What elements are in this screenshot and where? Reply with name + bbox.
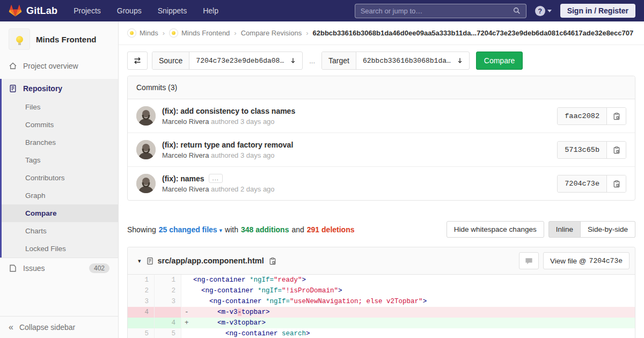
search-icon [513, 7, 521, 14]
swap-arrows-icon [133, 56, 142, 65]
commit-meta: Marcelo Rivera authored 3 days ago [162, 117, 295, 126]
source-branch-dropdown[interactable]: Source 7204c73e23e9deb6da08… [152, 52, 303, 70]
source-value: 7204c73e23e9deb6da08… [189, 52, 287, 69]
diff-code-table: 11<ng-container *ngIf="ready">22 <ng-con… [128, 275, 635, 338]
breadcrumb-current: 62bbcb33616b3068b1da46d0ee09aa5a333b11da… [312, 29, 633, 37]
breadcrumb-item[interactable]: Compare Revisions [241, 29, 302, 37]
new-line-number[interactable] [155, 307, 181, 318]
gitlab-brand[interactable]: GitLab [9, 4, 57, 17]
author-avatar[interactable] [136, 106, 156, 126]
commit-description-expander[interactable]: ... [209, 174, 223, 183]
source-label: Source [152, 52, 189, 69]
commit-author[interactable]: Marcelo Rivera [162, 117, 209, 126]
commit-author[interactable]: Marcelo Rivera [162, 185, 209, 193]
code-content: <ng-container *ngIf="useNewNavigation; e… [181, 296, 635, 307]
home-icon [9, 62, 17, 70]
inline-view-button[interactable]: Inline [548, 221, 581, 238]
new-line-number[interactable]: 4 [155, 318, 181, 328]
arrow-down-icon [287, 52, 302, 69]
diff-line: 55 <ng-container search> [128, 328, 635, 338]
search-input[interactable] [361, 7, 513, 15]
target-value: 62bbcb33616b3068b1da… [356, 52, 454, 69]
file-icon [146, 257, 154, 265]
old-line-number[interactable] [128, 318, 155, 328]
and-label: and [291, 225, 304, 234]
sidebar-item-branches[interactable]: Branches [2, 134, 118, 151]
commit-sha[interactable]: 5713c65b [558, 142, 607, 158]
navbar-link-help[interactable]: Help [203, 6, 218, 15]
sidebar-item-charts[interactable]: Charts [2, 222, 118, 240]
sidebar-item-graph[interactable]: Graph [2, 187, 118, 204]
changed-files-dropdown[interactable]: 25 changed files ▾ [159, 225, 222, 234]
sidebar-item-label: Issues [23, 264, 45, 273]
commit-title[interactable]: (fix): names [162, 174, 204, 183]
sidebar-item-commits[interactable]: Commits [2, 116, 118, 134]
sidebar-item-issues[interactable]: Issues 402 [0, 258, 118, 278]
chevron-down-icon [547, 10, 552, 12]
commit-author[interactable]: Marcelo Rivera [162, 151, 209, 159]
file-path[interactable]: src/app/app.component.html [158, 256, 264, 265]
sidebar-item-repository[interactable]: Repository [2, 79, 118, 98]
sidebar-item-tags[interactable]: Tags [2, 151, 118, 169]
sidebar-item-locked-files[interactable]: Locked Files [2, 240, 118, 258]
old-line-number[interactable]: 2 [128, 285, 155, 296]
author-avatar[interactable] [136, 140, 156, 159]
diff-line: 4+ <m-v3topbar> [128, 318, 635, 328]
sidebar-item-project-overview[interactable]: Project overview [0, 56, 118, 76]
navbar-link-projects[interactable]: Projects [74, 6, 101, 15]
additions-count: 348 additions [241, 225, 289, 234]
hide-whitespace-button[interactable]: Hide whitespace changes [447, 221, 544, 238]
compare-form: Source 7204c73e23e9deb6da08… ... Target … [127, 52, 635, 70]
new-line-number[interactable]: 2 [155, 285, 181, 296]
commit-row: (fix): names...Marcelo Rivera authored 2… [128, 167, 635, 200]
double-chevron-left-icon: « [9, 323, 13, 332]
commits-panel: Commits (3) (fix): add consistency to cl… [127, 76, 635, 201]
copy-sha-button[interactable] [607, 175, 626, 192]
old-line-number[interactable]: 4 [128, 307, 155, 318]
global-search[interactable] [355, 4, 526, 18]
view-file-button[interactable]: View file @ 7204c73e [543, 252, 630, 269]
copy-sha-button[interactable] [607, 108, 626, 124]
collapse-file-caret-icon[interactable]: ▾ [133, 258, 146, 264]
compare-button[interactable]: Compare [476, 52, 523, 70]
breadcrumb-item[interactable]: Minds [127, 28, 158, 38]
author-avatar[interactable] [136, 174, 156, 193]
commit-title[interactable]: (fix): add consistency to class names [162, 107, 295, 115]
old-line-number[interactable]: 1 [128, 275, 155, 285]
diff-line: 4- <m-v3-topbar> [128, 307, 635, 318]
old-line-number[interactable]: 5 [128, 328, 155, 338]
new-line-number[interactable]: 1 [155, 275, 181, 285]
sidebar-item-contributors[interactable]: Contributors [2, 169, 118, 187]
commit-sha-group: 7204c73e [557, 175, 626, 193]
new-line-number[interactable]: 5 [155, 328, 181, 338]
sidebar-item-files[interactable]: Files [2, 98, 118, 116]
breadcrumb-item[interactable]: Minds Frontend [169, 28, 230, 38]
side-by-side-view-button[interactable]: Side-by-side [581, 221, 635, 238]
copy-path-icon[interactable] [269, 257, 276, 265]
swap-revisions-button[interactable] [127, 52, 148, 70]
commit-sha[interactable]: faac2082 [558, 108, 607, 124]
commit-title[interactable]: (fix): return type and factory removal [162, 141, 293, 149]
navbar-link-snippets[interactable]: Snippets [158, 6, 187, 15]
diff-line: 22 <ng-container *ngIf="!isProDomain"> [128, 285, 635, 296]
caret-down-icon: ▾ [219, 227, 223, 234]
commit-sha[interactable]: 7204c73e [558, 175, 607, 192]
group-avatar [127, 28, 136, 38]
toggle-comments-button[interactable] [519, 252, 539, 269]
navbar-link-groups[interactable]: Groups [117, 6, 142, 15]
arrow-down-icon [454, 52, 469, 69]
sidebar-item-compare[interactable]: Compare [2, 204, 118, 222]
old-line-number[interactable]: 3 [128, 296, 155, 307]
diff-marker: + [185, 318, 193, 328]
with-label: with [225, 225, 238, 234]
document-icon [9, 84, 17, 93]
collapse-sidebar-button[interactable]: « Collapse sidebar [0, 316, 118, 338]
sign-in-register-button[interactable]: Sign in / Register [560, 4, 635, 18]
project-header[interactable]: Minds Frontend [0, 21, 118, 56]
help-menu[interactable]: ? [535, 6, 552, 16]
new-line-number[interactable]: 3 [155, 296, 181, 307]
project-name: Minds Frontend [36, 35, 97, 44]
sidebar-item-label: Project overview [23, 62, 78, 70]
copy-sha-button[interactable] [607, 142, 626, 158]
target-branch-dropdown[interactable]: Target 62bbcb33616b3068b1da… [321, 52, 470, 70]
